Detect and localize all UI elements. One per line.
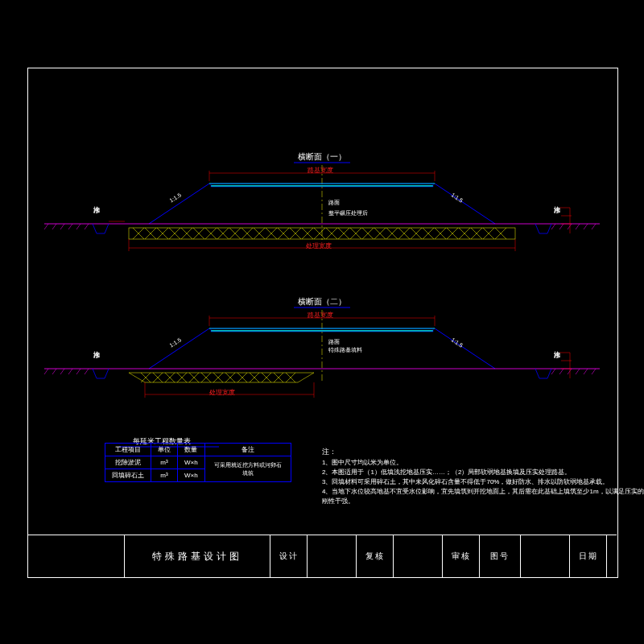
svg-line-14 (76, 224, 80, 229)
notes-block: 注： 1、图中尺寸均以米为单位。 2、本图适用于（1）低填浅挖地基压实……；（2… (322, 447, 644, 506)
section-1 (44, 165, 600, 251)
svg-line-17 (559, 224, 564, 229)
section1-surface: 路面 (328, 199, 340, 207)
tb-drawno: 图号 (480, 535, 521, 577)
section2-title: 横断面（二） (298, 296, 346, 308)
note-2: 2、本图适用于（1）低填浅挖地基压实……；（2）局部软弱地基换填及压实处理路基。 (322, 468, 644, 477)
svg-line-18 (568, 224, 572, 229)
svg-line-101 (435, 328, 495, 369)
section2-bottom-dim: 处理宽度 (209, 388, 235, 397)
svg-line-113 (584, 369, 588, 374)
note-3: 3、回填材料可采用碎石土，其中未风化碎石含量不得低于70%，做好防水、排水以防软… (322, 477, 644, 487)
qty-r0c1: m³ (151, 456, 178, 469)
svg-line-114 (592, 369, 596, 374)
svg-line-8 (435, 184, 495, 224)
note-4: 4、当地下水位较高地基不宜受水位影响，宜先填筑到开挖地面上，其后需在此基础上填筑… (322, 487, 644, 506)
svg-line-109 (551, 369, 555, 374)
svg-line-15 (85, 224, 89, 229)
svg-line-107 (76, 369, 80, 374)
section1-title: 横断面（一） (298, 151, 346, 163)
drawing-title: 特殊路基设计图 (125, 535, 270, 577)
section2-surface: 路面 (328, 338, 340, 346)
svg-line-108 (85, 369, 89, 374)
section2-top-dim: 路基宽度 (308, 311, 333, 320)
svg-line-7 (149, 184, 209, 224)
qty-r1c2: W×h (178, 469, 205, 482)
section-2 (44, 310, 600, 447)
svg-line-100 (149, 328, 209, 369)
quantity-table: 工程项目 单位 数量 备注 挖除淤泥 m³ W×h 可采用就近挖方料或河卵石填筑… (105, 443, 291, 482)
qty-r0c2: W×h (178, 456, 205, 469)
section1-bottom-dim: 处理宽度 (306, 242, 332, 250)
qty-h1: 单位 (151, 444, 178, 456)
tb-date: 日期 (570, 535, 607, 577)
svg-line-110 (559, 369, 564, 374)
svg-line-19 (576, 224, 580, 229)
qty-r0c0: 挖除淤泥 (105, 456, 151, 469)
svg-line-10 (44, 224, 48, 229)
svg-line-13 (68, 224, 72, 229)
note-1: 1、图中尺寸均以米为单位。 (322, 458, 644, 468)
tb-recheck: 复核 (357, 535, 394, 577)
section1-top-dim: 路基宽度 (308, 166, 333, 175)
tb-design: 设计 (270, 535, 308, 577)
section1-bed: 整平碾压处理后 (328, 209, 368, 217)
svg-line-20 (584, 224, 588, 229)
qty-h0: 工程项目 (105, 444, 151, 456)
qty-r1c3: 可采用就近挖方料或河卵石填筑 (204, 456, 291, 482)
svg-line-11 (52, 224, 56, 229)
qty-r1c0: 回填碎石土 (105, 469, 151, 482)
title-block: 特殊路基设计图 设计 复核 审核 图号 日期 (27, 535, 617, 577)
notes-title: 注： (322, 447, 644, 456)
qty-h2: 数量 (178, 444, 205, 456)
qty-h3: 备注 (204, 444, 291, 456)
svg-line-16 (551, 224, 555, 229)
svg-line-106 (68, 369, 72, 374)
svg-line-104 (52, 369, 56, 374)
svg-line-111 (568, 369, 572, 374)
svg-line-21 (592, 224, 596, 229)
tb-review: 审核 (443, 535, 480, 577)
svg-line-112 (576, 369, 580, 374)
svg-line-105 (60, 369, 64, 374)
qty-r1c1: m³ (151, 469, 178, 482)
svg-line-12 (60, 224, 64, 229)
section2-fill: 特殊路基填料 (328, 346, 362, 354)
svg-line-103 (44, 369, 48, 374)
